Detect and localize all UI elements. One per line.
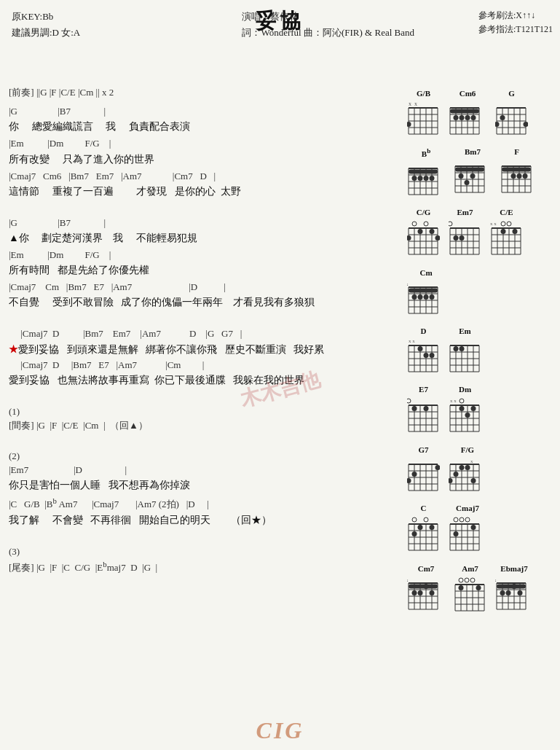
chorus2-lyrics: 愛到妥協 也無法將故事再重寫 你已下最後通牒 我躲在我的世界 [9, 372, 400, 388]
verse2c-chords: |Cmaj7 Cm |Bm7 E7 |Am7 |D | [9, 281, 400, 294]
verse1c-chords: |Cmaj7 Cm6 |Bm7 Em7 |Am7 |Cm7 D | [9, 170, 400, 183]
chorus1-chords: |Cmaj7 D |Bm7 Em7 |Am7 D |G G7 | [9, 327, 400, 340]
svg-text:x x: x x [490, 221, 497, 227]
page: 原KEY:Bb 建議男調:D 女:A 妥協 演唱：蔡依林 詞：Wonderful… [0, 0, 560, 750]
svg-point-314 [465, 578, 469, 582]
svg-point-316 [459, 585, 464, 590]
interlude1-label: (1) [9, 405, 400, 418]
svg-point-230 [412, 472, 417, 477]
meta-left: 原KEY:Bb 建議男調:D 女:A [12, 9, 80, 41]
svg-point-108 [407, 235, 411, 241]
svg-point-27 [454, 115, 459, 120]
verse2-section: |G |B7 | ▲你 劃定楚河漢界 我 不能輕易犯規 |Em |Dm F/G … [9, 216, 400, 310]
verse1a-chords: |G |B7 | [9, 105, 400, 118]
cig-text: CIG [256, 717, 304, 744]
chorus2-chords: |Cmaj7 D |Bm7 E7 |Am7 |Cm | [9, 359, 400, 372]
svg-point-140 [501, 229, 506, 234]
svg-rect-58 [409, 169, 438, 173]
svg-point-263 [412, 531, 417, 536]
svg-point-106 [412, 222, 417, 226]
chord-row-3: C/G [406, 205, 551, 262]
strumming: 參考刷法:X↑↑↓ [478, 9, 553, 23]
chord-f: F [500, 147, 533, 198]
svg-point-141 [513, 229, 518, 234]
svg-point-107 [424, 222, 428, 226]
svg-text:x: x [495, 577, 497, 583]
svg-point-297 [412, 590, 417, 595]
bridge-label: (2) [9, 450, 400, 463]
meta-right: 演唱：蔡依林 詞：Wonderful 曲：阿沁(FIR) & Real Band [242, 9, 414, 41]
prelude-label: [前奏] ||G |F |C/E |Cm || x 2 [9, 86, 400, 99]
svg-point-299 [424, 584, 429, 589]
svg-rect-331 [497, 584, 526, 588]
strumming-info: 參考刷法:X↑↑↓ 參考指法:T121T121 [478, 9, 553, 36]
svg-point-94 [523, 173, 528, 179]
bridge-section: (2) |Em7 |D | 你只是害怕一個人睡 我不想再為你掉淚 |C G/B … [9, 450, 400, 528]
svg-point-261 [412, 517, 417, 522]
svg-point-244 [449, 478, 453, 483]
svg-point-159 [430, 294, 435, 300]
svg-point-92 [511, 173, 516, 179]
svg-point-139 [507, 222, 511, 226]
svg-point-265 [430, 525, 435, 530]
svg-point-246 [460, 465, 465, 470]
svg-point-282 [471, 525, 476, 530]
verse2b-lyrics: 所有時間 都是先給了你優先權 [9, 262, 400, 278]
svg-text:x: x [407, 281, 409, 287]
svg-point-174 [430, 353, 435, 358]
chord-c: C [407, 504, 440, 554]
chord-row-8: C [406, 501, 551, 558]
svg-point-248 [471, 478, 476, 483]
bridge2-lyrics: 我了解 不會變 不再徘徊 開始自己的明天 （回★） [9, 512, 400, 528]
chord-em-diag: Em [449, 327, 481, 375]
svg-point-173 [424, 353, 429, 358]
svg-point-125 [460, 235, 465, 241]
verse2c-lyrics: 不自覺 受到不敢冒險 成了你的傀儡一年兩年 才看見我有多狼狽 [9, 294, 400, 310]
svg-point-109 [418, 229, 423, 234]
svg-point-79 [465, 180, 470, 185]
svg-point-313 [459, 578, 463, 582]
svg-point-13 [407, 122, 411, 127]
svg-text:x: x [414, 101, 417, 107]
interlude1-section: (1) [間奏] |G |F |C/E |Cm | （回▲） [9, 405, 400, 432]
svg-point-44 [524, 122, 529, 127]
svg-text:x: x [409, 101, 411, 107]
svg-point-332 [500, 590, 505, 595]
svg-rect-26 [450, 109, 479, 114]
svg-point-61 [424, 176, 429, 181]
svg-point-123 [449, 222, 452, 226]
outro-label: (3) [9, 545, 400, 558]
chorus1-lyrics: ★愛到妥協 到頭來還是無解 綁著你不讓你飛 歷史不斷重演 我好累 [9, 342, 400, 357]
chord-g7: G7 [407, 445, 440, 493]
svg-point-29 [465, 115, 470, 120]
svg-point-217 [471, 406, 476, 411]
chords-col: G/B x x [406, 86, 551, 622]
svg-point-158 [424, 294, 429, 300]
chord-bm7: Bm7 2 [454, 147, 492, 198]
svg-text:x: x [470, 458, 473, 464]
chord-cm7-diag: Cm7 3 x [407, 564, 445, 614]
svg-point-300 [430, 590, 435, 595]
svg-point-199 [407, 399, 411, 403]
svg-point-157 [418, 294, 423, 300]
svg-point-111 [435, 235, 441, 241]
svg-point-62 [430, 176, 435, 181]
svg-point-42 [500, 115, 505, 120]
svg-point-138 [501, 222, 505, 226]
singer: 演唱：蔡依林 [242, 9, 414, 25]
svg-point-279 [460, 517, 464, 522]
svg-point-317 [476, 585, 481, 590]
chord-cg: C/G [407, 208, 440, 258]
svg-text:x x: x x [409, 338, 415, 344]
svg-point-77 [459, 173, 464, 179]
svg-point-124 [454, 235, 459, 241]
svg-point-216 [465, 413, 470, 418]
svg-point-262 [424, 517, 428, 522]
chorus-section: |Cmaj7 D |Bm7 Em7 |Am7 D |G G7 | ★愛到妥協 到… [9, 327, 400, 387]
bridge2-chords: |C G/B |Bb Am7 |Cmaj7 |Am7 (2拍) |D | [9, 496, 400, 512]
svg-point-172 [418, 346, 423, 351]
svg-point-201 [424, 406, 429, 411]
svg-point-298 [418, 590, 423, 595]
svg-point-334 [512, 584, 517, 589]
svg-point-247 [465, 465, 470, 470]
